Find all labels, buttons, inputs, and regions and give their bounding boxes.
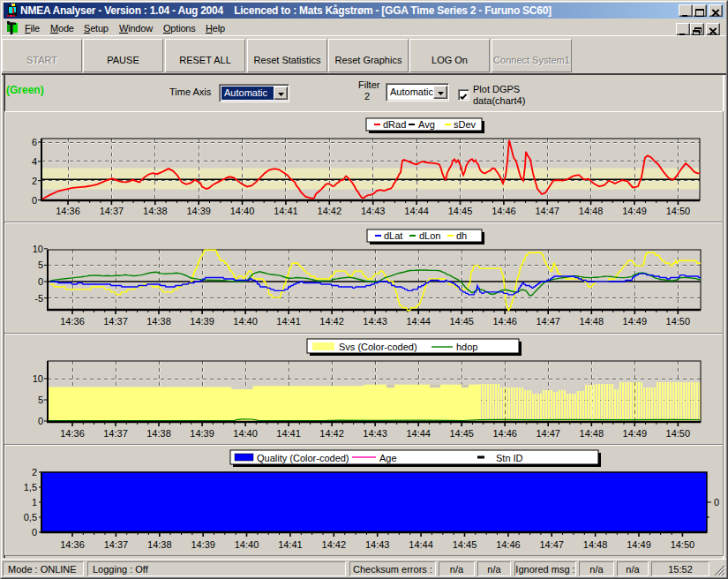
svg-text:14:48: 14:48: [580, 428, 604, 439]
svg-text:14:41: 14:41: [276, 428, 301, 439]
svg-text:14:37: 14:37: [103, 428, 128, 439]
svg-text:14:48: 14:48: [580, 316, 604, 327]
svg-text:2: 2: [32, 467, 37, 477]
svg-text:14:49: 14:49: [627, 539, 651, 550]
svg-text:14:43: 14:43: [361, 206, 386, 216]
svg-text:0: 0: [714, 497, 719, 508]
svg-text:dLon: dLon: [419, 230, 440, 241]
svg-text:0,5: 0,5: [24, 512, 37, 523]
svg-text:0: 0: [38, 416, 43, 426]
svg-text:1,5: 1,5: [24, 482, 37, 493]
svg-text:14:47: 14:47: [536, 316, 560, 327]
svg-text:14:46: 14:46: [492, 428, 517, 439]
svg-text:14:45: 14:45: [449, 428, 474, 439]
svg-text:5: 5: [38, 395, 43, 405]
svg-text:0: 0: [32, 195, 37, 206]
svg-text:14:49: 14:49: [623, 428, 648, 439]
svg-text:14:38: 14:38: [147, 539, 172, 550]
svg-text:14:41: 14:41: [274, 206, 298, 216]
svg-text:sDev: sDev: [454, 119, 477, 130]
svg-text:14:44: 14:44: [409, 539, 433, 550]
svg-text:14:42: 14:42: [319, 428, 344, 439]
svg-text:5: 5: [38, 259, 43, 270]
svg-text:14:43: 14:43: [363, 316, 387, 327]
svg-text:dLat: dLat: [384, 230, 402, 241]
svg-text:10: 10: [33, 244, 43, 254]
svg-text:hdop: hdop: [456, 342, 477, 352]
svg-text:14:39: 14:39: [191, 539, 215, 550]
svg-text:14:50: 14:50: [666, 206, 691, 216]
svg-text:14:40: 14:40: [235, 539, 259, 550]
svg-text:14:43: 14:43: [365, 539, 390, 550]
svg-text:14:45: 14:45: [449, 316, 474, 327]
svg-text:14:43: 14:43: [363, 428, 387, 439]
svg-text:14:38: 14:38: [146, 428, 171, 439]
svg-text:14:49: 14:49: [622, 206, 647, 216]
svg-text:14:36: 14:36: [60, 316, 85, 327]
svg-text:6: 6: [32, 137, 37, 147]
svg-text:14:39: 14:39: [190, 428, 214, 439]
svg-text:14:44: 14:44: [406, 316, 431, 327]
svg-text:14:37: 14:37: [100, 206, 124, 216]
svg-text:14:39: 14:39: [186, 206, 211, 216]
svg-text:14:40: 14:40: [233, 316, 258, 327]
svg-text:14:45: 14:45: [453, 539, 477, 550]
svg-text:dRad: dRad: [383, 119, 406, 130]
svg-text:14:47: 14:47: [539, 539, 564, 550]
svg-text:4: 4: [32, 156, 37, 167]
svg-text:14:48: 14:48: [579, 206, 604, 216]
svg-text:10: 10: [33, 373, 43, 384]
svg-text:14:36: 14:36: [60, 539, 85, 550]
svg-text:14:46: 14:46: [492, 206, 516, 216]
svg-text:14:40: 14:40: [230, 206, 255, 216]
svg-text:14:47: 14:47: [536, 428, 560, 439]
svg-text:14:50: 14:50: [666, 316, 691, 327]
svg-text:14:41: 14:41: [276, 316, 301, 327]
svg-text:14:50: 14:50: [671, 539, 695, 550]
svg-text:14:46: 14:46: [496, 539, 521, 550]
svg-text:1: 1: [32, 497, 37, 508]
svg-text:14:37: 14:37: [103, 316, 128, 327]
svg-text:14:47: 14:47: [535, 206, 559, 216]
svg-text:14:46: 14:46: [492, 316, 517, 327]
svg-text:2: 2: [32, 176, 37, 186]
svg-text:Age: Age: [379, 453, 397, 463]
svg-text:0: 0: [38, 276, 43, 287]
svg-text:dh: dh: [456, 230, 467, 241]
svg-text:14:42: 14:42: [318, 206, 342, 216]
svg-text:14:39: 14:39: [190, 316, 214, 327]
svg-text:14:44: 14:44: [404, 206, 429, 216]
svg-text:-5: -5: [34, 293, 43, 304]
svg-text:Avg: Avg: [418, 119, 435, 130]
svg-text:14:38: 14:38: [143, 206, 168, 216]
svg-text:Quality (Color-coded): Quality (Color-coded): [257, 453, 349, 463]
svg-text:Svs (Color-coded): Svs (Color-coded): [339, 342, 417, 352]
svg-text:Stn ID: Stn ID: [496, 453, 523, 463]
svg-text:14:49: 14:49: [623, 316, 648, 327]
svg-text:14:44: 14:44: [406, 428, 431, 439]
svg-text:14:36: 14:36: [60, 428, 85, 439]
svg-text:14:37: 14:37: [104, 539, 129, 550]
svg-text:14:45: 14:45: [448, 206, 473, 216]
svg-text:14:36: 14:36: [56, 206, 80, 216]
svg-text:14:48: 14:48: [583, 539, 608, 550]
svg-text:14:42: 14:42: [322, 539, 347, 550]
svg-text:14:40: 14:40: [233, 428, 258, 439]
svg-text:0: 0: [32, 527, 37, 538]
svg-text:14:38: 14:38: [146, 316, 171, 327]
svg-text:14:41: 14:41: [278, 539, 303, 550]
svg-text:14:50: 14:50: [666, 428, 691, 439]
svg-text:14:42: 14:42: [319, 316, 344, 327]
